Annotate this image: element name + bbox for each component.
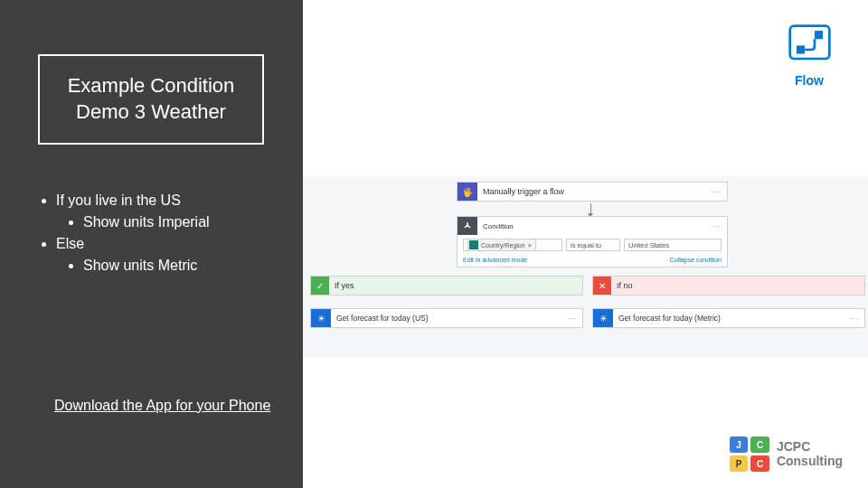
condition-title: Condition <box>477 222 712 230</box>
check-icon: ✓ <box>311 277 329 295</box>
trigger-menu[interactable]: ··· <box>712 187 727 196</box>
bullet-2a: Show units Metric <box>83 255 210 277</box>
jcpc-line2: Consulting <box>777 455 843 468</box>
flow-logo: Flow <box>778 23 841 88</box>
close-icon: ✕ <box>593 277 611 295</box>
token-remove[interactable]: × <box>528 242 532 249</box>
flow-icon <box>785 23 835 68</box>
bullet-2: Else <box>56 233 210 255</box>
jcpc-c2: C <box>750 455 769 472</box>
svg-rect-0 <box>789 26 829 59</box>
action-no-card[interactable]: ☀ Get forecast for today (Metric) ··· <box>592 308 865 328</box>
bullet-1a: Show units Imperial <box>83 211 210 233</box>
action-no-label: Get forecast for today (Metric) <box>613 314 850 323</box>
condition-operator[interactable]: is equal to <box>566 239 620 251</box>
jcpc-j: J <box>730 436 749 453</box>
download-app-link[interactable]: Download the App for your Phone <box>54 398 270 414</box>
trigger-card[interactable]: 🖐 Manually trigger a flow ··· <box>457 182 728 202</box>
svg-rect-1 <box>796 45 804 53</box>
flow-diagram: 🖐 Manually trigger a flow ··· Condition … <box>303 176 868 357</box>
dynamic-token: Country/Region × <box>467 239 536 251</box>
branch-yes-label: If yes <box>329 281 354 290</box>
collapse-condition-link[interactable]: Collapse condition <box>670 257 722 263</box>
edit-advanced-link[interactable]: Edit in advanced mode <box>463 257 527 263</box>
action-yes-card[interactable]: ☀ Get forecast for today (US) ··· <box>310 308 583 328</box>
action-yes-menu[interactable]: ··· <box>568 314 582 323</box>
condition-menu[interactable]: ··· <box>712 222 727 230</box>
slide-title: Example Condition Demo 3 Weather <box>49 73 253 125</box>
svg-rect-2 <box>814 31 822 39</box>
condition-value[interactable]: United States <box>624 239 722 251</box>
condition-left-field[interactable]: Country/Region × <box>463 239 562 251</box>
token-icon <box>469 240 478 249</box>
branch-icon <box>458 217 477 235</box>
jcpc-logo: J C P C JCPC Consulting <box>730 436 843 472</box>
jcpc-line1: JCPC <box>777 440 843 454</box>
flow-logo-label: Flow <box>778 73 841 88</box>
action-no-menu[interactable]: ··· <box>850 314 864 323</box>
branch-yes-header[interactable]: ✓ If yes <box>310 276 583 296</box>
title-box: Example Condition Demo 3 Weather <box>38 54 264 145</box>
weather-icon: ☀ <box>311 309 331 327</box>
bullet-list: If you live in the US Show units Imperia… <box>38 190 210 277</box>
branch-no: ✕ If no ☀ Get forecast for today (Metric… <box>592 276 865 328</box>
hand-icon: 🖐 <box>458 183 477 201</box>
jcpc-p: P <box>730 455 749 472</box>
jcpc-grid: J C P C <box>730 436 769 472</box>
branch-no-label: If no <box>611 281 633 290</box>
jcpc-text: JCPC Consulting <box>777 440 843 468</box>
token-label: Country/Region <box>481 242 525 249</box>
branch-no-header[interactable]: ✕ If no <box>592 276 865 296</box>
condition-card[interactable]: Condition ··· Country/Region × is equal … <box>457 216 728 267</box>
action-yes-label: Get forecast for today (US) <box>331 314 568 323</box>
branch-yes: ✓ If yes ☀ Get forecast for today (US) ·… <box>310 276 583 328</box>
arrow-down-icon <box>590 203 591 214</box>
trigger-label: Manually trigger a flow <box>477 187 712 196</box>
weather-icon: ☀ <box>593 309 613 327</box>
jcpc-c1: C <box>750 436 769 453</box>
bullet-1: If you live in the US <box>56 190 210 211</box>
